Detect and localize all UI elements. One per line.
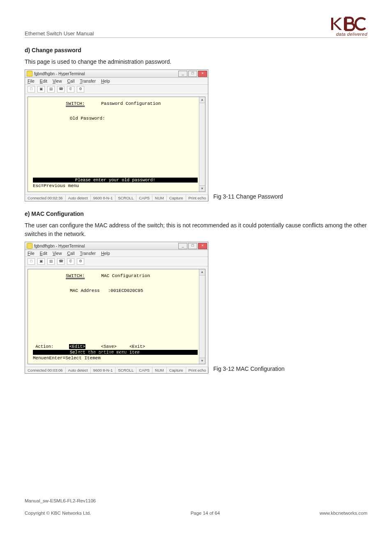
copyright: Copyright © KBC Networks Ltd. (25, 511, 91, 516)
minimize-button[interactable]: _ (178, 243, 187, 249)
tool-props-icon[interactable]: ⚙ (77, 258, 84, 265)
tool-hangup-icon[interactable]: ✆ (67, 86, 74, 92)
status-scroll: SCROLL (115, 195, 136, 201)
section-d-heading: d) Change password (25, 47, 367, 53)
tool-new-icon[interactable]: □ (28, 258, 35, 265)
section-e-heading: e) MAC Configuration (25, 210, 367, 217)
page-header: Ethernet Switch User Manual data deliver… (25, 16, 367, 38)
menu-edit[interactable]: Edit (40, 79, 47, 83)
status-caps: CAPS (136, 195, 152, 201)
menu-transfer[interactable]: Transfer (80, 79, 96, 83)
figure-caption-2: Fig 3-12 MAC Configuration (213, 365, 285, 374)
minimize-button[interactable]: _ (178, 71, 187, 77)
scroll-down-icon[interactable]: ▼ (199, 185, 205, 192)
status-print: Print echo (186, 195, 209, 201)
statusbar: Connected 00:03:06 Auto detect 9600 8-N-… (25, 367, 208, 373)
menu-call[interactable]: Call (67, 79, 74, 83)
mac-address-label: MAC Address (70, 288, 100, 293)
page-footer: Manual_sw-ESML6-FL2-Rev1106 Copyright © … (25, 498, 367, 516)
menu-help[interactable]: Help (101, 251, 110, 256)
tool-hangup-icon[interactable]: ✆ (67, 258, 74, 265)
titlebar: fgbndfhgbn - HyperTerminal _ □ × (25, 242, 208, 250)
tool-save-icon[interactable]: ▤ (47, 258, 55, 265)
terminal-content: SWITCH: MAC Configuratrion MAC Address :… (28, 269, 205, 364)
section-e-body: The user can configure the MAC address o… (25, 221, 367, 238)
action-label: Action: (35, 344, 53, 349)
action-edit[interactable]: <Edit> (69, 344, 85, 349)
status-connected: Connected 00:02:36 (25, 195, 66, 201)
terminal-content: SWITCH: Password Configuration Old Passw… (28, 97, 205, 192)
status-baud: 9600 8-N-1 (91, 195, 116, 201)
titlebar: fgbndfhgbn - HyperTerminal _ □ × (25, 70, 208, 78)
hyperterminal-window-mac: fgbndfhgbn - HyperTerminal _ □ × File Ed… (25, 242, 208, 374)
window-title: fgbndfhgbn - HyperTerminal (34, 72, 85, 76)
toolbar: □ ▣ ▤ ☎ ✆ ⚙ (25, 85, 208, 94)
page-number: Page 14 of 64 (191, 511, 220, 516)
scroll-down-icon[interactable]: ▼ (199, 358, 205, 364)
tool-props-icon[interactable]: ⚙ (77, 86, 84, 92)
menubar: File Edit View Call Transfer Help (25, 250, 208, 257)
app-icon (27, 243, 32, 249)
menu-edit[interactable]: Edit (40, 251, 47, 256)
menubar: File Edit View Call Transfer Help (25, 78, 208, 85)
menu-file[interactable]: File (28, 251, 35, 256)
status-print: Print echo (186, 367, 209, 373)
menu-help[interactable]: Help (101, 79, 110, 83)
scroll-up-icon[interactable]: ▲ (199, 269, 205, 275)
switch-label: SWITCH: (66, 101, 85, 106)
panel-title: MAC Configuratrion (101, 273, 150, 278)
toolbar: □ ▣ ▤ ☎ ✆ ⚙ (25, 257, 208, 266)
status-caps: CAPS (136, 367, 152, 373)
tool-open-icon[interactable]: ▣ (37, 258, 45, 265)
status-capture: Capture (167, 195, 186, 201)
status-detect: Auto detect (66, 367, 91, 373)
tool-call-icon[interactable]: ☎ (57, 258, 65, 265)
status-num: NUM (152, 367, 167, 373)
statusbar: Connected 00:02:36 Auto detect 9600 8-N-… (25, 194, 208, 201)
action-save[interactable]: <Save> (101, 344, 117, 349)
nav-hints: Tab=Next Item BackSpace=Prev Item CExit=… (33, 351, 205, 361)
tool-new-icon[interactable]: □ (28, 86, 35, 92)
prompt-bar: Please enter your old password! (33, 178, 198, 183)
hint-backspace: BackSpace=Prev Item (76, 351, 128, 356)
figure-caption-1: Fig 3-11 Change Password (213, 193, 283, 201)
close-button[interactable]: × (198, 71, 207, 77)
menu-view[interactable]: View (53, 251, 62, 256)
status-detect: Auto detect (66, 195, 91, 201)
scroll-up-icon[interactable]: ▲ (199, 97, 205, 103)
action-row: Action: <Edit> <Save> <Exit> (33, 344, 198, 349)
footer-url: www.kbcnetworks.com (320, 511, 367, 516)
maximize-button[interactable]: □ (188, 243, 197, 249)
tool-open-icon[interactable]: ▣ (37, 86, 45, 92)
section-d-body: This page is used to change the administ… (25, 58, 367, 66)
status-scroll: SCROLL (115, 367, 136, 373)
close-button[interactable]: × (198, 243, 207, 249)
app-icon (27, 71, 32, 76)
tool-save-icon[interactable]: ▤ (47, 86, 55, 92)
old-password-label: Old Password: (70, 116, 105, 121)
menu-file[interactable]: File (28, 79, 35, 83)
tool-call-icon[interactable]: ☎ (57, 86, 65, 92)
scrollbar[interactable]: ▲ ▼ (199, 97, 205, 192)
status-num: NUM (152, 195, 167, 201)
logo-tagline: data delivered (330, 32, 367, 37)
menu-call[interactable]: Call (67, 251, 74, 256)
svg-marker-1 (333, 18, 342, 30)
window-title: fgbndfhgbn - HyperTerminal (34, 244, 85, 248)
svg-rect-0 (331, 18, 333, 30)
action-exit[interactable]: <Exit> (129, 344, 145, 349)
switch-label: SWITCH: (66, 273, 85, 278)
scrollbar[interactable]: ▲ ▼ (199, 269, 205, 364)
mac-address-value: :001ECD020C95 (108, 288, 143, 293)
esc-hint: Esc=Previous menu (33, 183, 79, 188)
status-baud: 9600 8-N-1 (91, 367, 116, 373)
brand-logo: data delivered (330, 16, 367, 37)
menu-view[interactable]: View (53, 79, 62, 83)
menu-transfer[interactable]: Transfer (80, 251, 96, 256)
hyperterminal-window-password: fgbndfhgbn - HyperTerminal _ □ × File Ed… (25, 69, 208, 201)
status-connected: Connected 00:03:06 (25, 367, 66, 373)
doc-title: Ethernet Switch User Manual (25, 30, 94, 37)
maximize-button[interactable]: □ (188, 71, 197, 77)
manual-id: Manual_sw-ESML6-FL2-Rev1106 (25, 498, 367, 503)
panel-title: Password Configuration (101, 101, 161, 106)
